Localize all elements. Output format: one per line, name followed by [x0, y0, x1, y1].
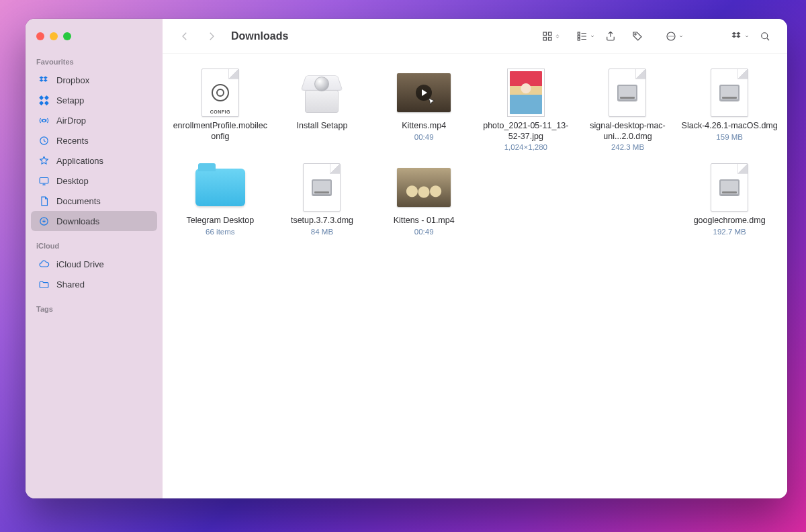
sidebar-item-downloads[interactable]: Downloads [31, 211, 157, 231]
svg-rect-13 [578, 35, 580, 37]
document-icon [38, 195, 50, 207]
sidebar-section-icloud: iCloud [26, 239, 163, 254]
file-meta: 00:49 [414, 133, 434, 141]
file-item[interactable]: Kittens.mp4 00:49 [375, 69, 472, 151]
svg-rect-9 [549, 32, 552, 36]
sidebar-item-recents[interactable]: Recents [31, 130, 157, 150]
svg-rect-10 [543, 37, 547, 40]
sidebar-item-dropbox[interactable]: Dropbox [31, 70, 157, 90]
file-item[interactable]: Telegram Desktop 66 items [172, 163, 269, 236]
svg-rect-11 [549, 37, 552, 40]
file-item[interactable]: tsetup.3.7.3.dmg 84 MB [274, 163, 371, 236]
close-window-button[interactable] [36, 32, 44, 40]
group-by-button[interactable] [576, 30, 595, 42]
sidebar-item-icloud-drive[interactable]: iCloud Drive [31, 254, 157, 274]
file-name: googlechrome.dmg [694, 216, 766, 226]
sidebar-section-tags: Tags [26, 302, 163, 317]
location-title: Downloads [231, 30, 288, 42]
shared-folder-icon [38, 278, 50, 290]
sidebar-item-label: Shared [56, 279, 85, 290]
file-item[interactable]: CONFIG enrollmentProfile.mobileconfig [172, 69, 269, 151]
file-thumbnail [395, 69, 453, 117]
main-panel: Downloads [163, 19, 787, 498]
desktop-icon [38, 175, 50, 187]
sidebar-item-applications[interactable]: Applications [31, 150, 157, 171]
svg-point-19 [672, 36, 674, 37]
sidebar-section-favourites: Favourites [26, 55, 163, 70]
window-controls [26, 30, 163, 55]
forward-button[interactable] [200, 26, 223, 46]
sidebar-item-label: Applications [56, 156, 103, 166]
up-down-chevron-icon [555, 34, 560, 39]
svg-rect-1 [44, 95, 48, 100]
sidebar-item-label: Desktop [56, 176, 89, 186]
sidebar-item-airdrop[interactable]: AirDrop [31, 110, 157, 130]
share-button[interactable] [599, 26, 622, 46]
file-name: Telegram Desktop [186, 216, 254, 226]
sidebar-item-desktop[interactable]: Desktop [31, 171, 157, 191]
airdrop-icon [38, 114, 50, 126]
search-button[interactable] [754, 26, 776, 46]
sidebar-item-label: Downloads [56, 216, 99, 226]
group-icon [576, 30, 588, 42]
finder-window: Favourites Dropbox Setapp AirDrop Recent… [26, 19, 787, 498]
svg-rect-3 [44, 100, 48, 105]
svg-rect-14 [578, 38, 580, 40]
tag-button[interactable] [626, 26, 649, 46]
chevron-down-icon [744, 34, 750, 39]
dropbox-toolbar-button[interactable] [731, 30, 750, 42]
sidebar-item-label: AirDrop [56, 116, 86, 126]
clock-icon [38, 134, 50, 146]
sidebar-item-shared[interactable]: Shared [31, 274, 157, 294]
file-thumbnail [191, 163, 249, 212]
file-thumbnail [701, 69, 758, 117]
file-name: tsetup.3.7.3.dmg [291, 216, 353, 226]
back-button[interactable] [173, 26, 196, 46]
file-grid: CONFIG enrollmentProfile.mobileconfig In… [163, 54, 787, 251]
sidebar-item-setapp[interactable]: Setapp [31, 90, 157, 110]
downloads-icon [38, 215, 50, 227]
file-name: signal-desktop-mac-uni...2.0.dmg [580, 121, 676, 142]
file-item[interactable]: googlechrome.dmg 192.7 MB [681, 163, 778, 236]
svg-point-15 [635, 33, 636, 34]
svg-rect-12 [578, 32, 580, 34]
file-thumbnail [497, 69, 555, 117]
dropbox-icon [731, 30, 743, 42]
file-name: photo_2021-05-11_13-52-37.jpg [478, 121, 574, 142]
file-item[interactable]: Install Setapp [274, 69, 371, 151]
file-item[interactable]: Slack-4.26.1-macOS.dmg 159 MB [681, 69, 778, 151]
svg-rect-6 [40, 177, 48, 183]
file-meta: 192.7 MB [713, 228, 746, 236]
svg-point-18 [670, 36, 672, 37]
file-meta: 242.3 MB [611, 143, 644, 151]
file-meta: 159 MB [716, 133, 743, 141]
file-thumbnail [598, 69, 656, 117]
sidebar-item-documents[interactable]: Documents [31, 191, 157, 211]
sidebar-item-label: Recents [56, 136, 89, 146]
chevron-down-icon [590, 34, 595, 39]
svg-rect-0 [39, 95, 44, 100]
minimize-window-button[interactable] [50, 32, 58, 40]
fullscreen-window-button[interactable] [63, 32, 71, 40]
dropbox-icon [38, 74, 50, 86]
file-item[interactable]: signal-desktop-mac-uni...2.0.dmg 242.3 M… [580, 69, 676, 151]
file-item[interactable]: photo_2021-05-11_13-52-37.jpg 1,024×1,28… [478, 69, 574, 151]
file-item[interactable]: Kittens - 01.mp4 00:49 [375, 163, 472, 236]
sidebar-item-label: Dropbox [56, 75, 89, 85]
file-thumbnail [701, 163, 758, 212]
applications-icon [38, 154, 50, 167]
file-name: Kittens.mp4 [402, 121, 446, 132]
cursor-icon [427, 96, 437, 108]
toolbar: Downloads [163, 19, 787, 54]
grid-view-icon [541, 30, 553, 42]
svg-rect-2 [39, 100, 44, 105]
more-actions-button[interactable] [665, 30, 684, 42]
file-meta: 84 MB [311, 228, 333, 236]
file-thumbnail [293, 69, 351, 117]
sidebar-item-label: Documents [56, 196, 101, 206]
file-thumbnail [293, 163, 351, 212]
view-mode-switcher[interactable] [541, 30, 560, 42]
sidebar-item-label: iCloud Drive [56, 259, 104, 269]
sidebar: Favourites Dropbox Setapp AirDrop Recent… [26, 19, 163, 498]
sidebar-item-label: Setapp [56, 95, 84, 105]
